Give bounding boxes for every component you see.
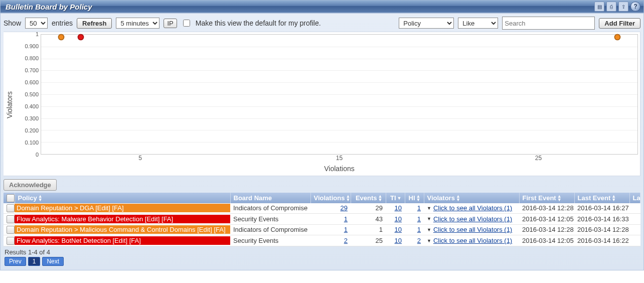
results-text: Results 1-4 of 4	[4, 246, 640, 257]
gridline	[41, 82, 637, 83]
table-body: Domain Reputation > DGA [Edit] [FA]Indic…	[4, 203, 640, 246]
last-cell	[629, 224, 640, 235]
ti-link[interactable]: 10	[395, 204, 402, 212]
chart-plot-area[interactable]	[41, 34, 638, 155]
col-ti[interactable]: TI▼	[386, 193, 405, 203]
gridline	[41, 47, 637, 47]
row-checkbox[interactable]	[7, 237, 15, 245]
col-violators[interactable]: Violators▲▼	[424, 193, 519, 203]
chart-point[interactable]	[614, 34, 621, 40]
ytick: 0.700	[16, 68, 39, 80]
col-violations[interactable]: Violations▲▼	[310, 193, 351, 203]
policy-edit-link[interactable]: [Edit]	[197, 226, 212, 233]
policy-cell: Domain Reputation > DGA [Edit] [FA]	[15, 204, 230, 212]
violators-link[interactable]: Click to see all Violators (1)	[433, 237, 512, 244]
export-icon[interactable]: ⇪	[618, 2, 628, 12]
prev-button[interactable]: Prev	[5, 257, 26, 266]
policy-fa-link[interactable]: [FA]	[110, 204, 124, 212]
pdf-icon[interactable]: ▤	[594, 2, 604, 12]
first-event: 2016-03-14 12:05	[519, 235, 574, 246]
search-input[interactable]	[502, 17, 595, 30]
ti-link[interactable]: 10	[395, 237, 402, 244]
chevron-down-icon[interactable]: ▼	[427, 227, 431, 232]
policy-fa-link[interactable]: [FA]	[159, 215, 173, 223]
table-head: Policy▲▼ Board Name Violations▲▼ Events▲…	[4, 193, 640, 203]
col-hi[interactable]: HI▲▼	[405, 193, 424, 203]
policy-edit-link[interactable]: [Edit]	[112, 237, 127, 244]
show-count-select[interactable]: 50	[25, 18, 48, 29]
xtick: 5	[138, 155, 142, 162]
ti-link[interactable]: 10	[395, 215, 402, 223]
add-filter-button[interactable]: Add Filter	[599, 18, 640, 29]
refresh-button[interactable]: Refresh	[77, 18, 112, 29]
first-event: 2016-03-14 12:28	[519, 224, 574, 235]
table-row: Domain Reputation > DGA [Edit] [FA]Indic…	[4, 203, 640, 214]
row-checkbox[interactable]	[7, 215, 15, 223]
hi-link[interactable]: 2	[417, 237, 421, 244]
hi-link[interactable]: 1	[417, 226, 421, 233]
sort-icon: ▲▼	[346, 195, 350, 202]
xtick: 15	[336, 155, 343, 162]
row-checkbox[interactable]	[7, 204, 15, 212]
sort-icon: ▲▼	[416, 195, 421, 202]
col-policy[interactable]: Policy▲▼	[15, 193, 230, 203]
col-first-event[interactable]: First Event▲▼	[519, 193, 574, 203]
acknowledge-button[interactable]: Acknowledge	[4, 179, 57, 191]
filter-op-select[interactable]: Like	[458, 18, 498, 29]
chevron-down-icon[interactable]: ▼	[427, 206, 431, 211]
events-value: 1	[351, 224, 386, 235]
gridline	[41, 70, 637, 71]
interval-select[interactable]: 5 minutes	[116, 18, 159, 29]
violations-link[interactable]: 2	[344, 237, 348, 244]
sort-icon: ▲▼	[378, 195, 383, 202]
last-cell	[629, 214, 640, 225]
row-checkbox[interactable]	[7, 226, 15, 234]
table-row: Domain Reputation > Malicious Command & …	[4, 224, 640, 235]
policy-edit-link[interactable]: [Edit]	[145, 215, 160, 223]
violators-link[interactable]: Click to see all Violators (1)	[433, 215, 512, 223]
gridline	[41, 118, 637, 119]
chart-point[interactable]	[58, 34, 64, 40]
chevron-down-icon[interactable]: ▼	[427, 216, 431, 221]
chart-point[interactable]	[78, 34, 84, 40]
hi-link[interactable]: 1	[417, 204, 421, 212]
sort-icon: ▲▼	[456, 195, 460, 202]
ytick: 0.300	[16, 116, 39, 128]
chart-xlabel: Violations	[16, 164, 638, 176]
violations-link[interactable]: 29	[341, 204, 348, 212]
titlebar: Bulletin Board by Policy ▤ ⎙ ⇪ ?	[0, 0, 644, 13]
col-last[interactable]: Las	[629, 193, 640, 203]
col-events[interactable]: Events▲▼	[351, 193, 386, 203]
help-icon[interactable]: ?	[630, 2, 640, 12]
filter-field-select[interactable]: Policy	[399, 18, 454, 29]
next-button[interactable]: Next	[42, 257, 64, 266]
first-event: 2016-03-14 12:28	[519, 203, 574, 214]
policy-edit-link[interactable]: [Edit]	[95, 204, 110, 212]
chart: Violators 10.9000.8000.7000.6000.5000.40…	[4, 32, 640, 176]
xtick: 25	[535, 155, 542, 162]
ytick: 0.200	[16, 128, 39, 140]
col-last-event[interactable]: Last Event▲▼	[574, 193, 629, 203]
policy-fa-link[interactable]: [FA]	[127, 237, 141, 244]
violations-link[interactable]: 1	[344, 226, 348, 233]
pager: Prev 1 Next	[4, 257, 640, 269]
col-checkbox[interactable]	[4, 193, 15, 203]
col-board[interactable]: Board Name	[230, 193, 310, 203]
ip-button[interactable]: IP	[164, 19, 177, 28]
chevron-down-icon[interactable]: ▼	[427, 238, 431, 243]
board-name: Security Events	[230, 214, 310, 225]
events-value: 29	[351, 203, 386, 214]
chart-ylabel: Violators	[6, 91, 14, 118]
policy-fa-link[interactable]: [FA]	[212, 226, 226, 233]
page-1-button[interactable]: 1	[28, 257, 41, 266]
print-icon[interactable]: ⎙	[606, 2, 616, 12]
make-default-checkbox[interactable]	[183, 20, 190, 27]
last-event: 2016-03-14 16:33	[574, 214, 629, 225]
violations-link[interactable]: 1	[344, 215, 348, 223]
ti-link[interactable]: 10	[395, 226, 402, 233]
sort-icon: ▲▼	[557, 195, 562, 202]
violators-link[interactable]: Click to see all Violators (1)	[433, 204, 512, 212]
violators-link[interactable]: Click to see all Violators (1)	[433, 226, 512, 233]
hi-link[interactable]: 1	[417, 215, 421, 223]
last-cell	[629, 235, 640, 246]
